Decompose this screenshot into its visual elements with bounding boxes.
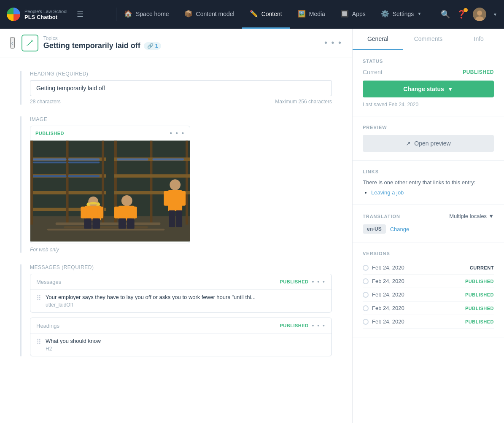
svg-rect-39 — [119, 218, 126, 229]
svg-rect-46 — [180, 191, 186, 206]
nav-item-content-model[interactable]: 📦 Content model — [177, 0, 242, 29]
entry-title-row: Getting temporarily laid off 🔗 1 — [43, 41, 324, 50]
nav-item-label: Media — [309, 11, 325, 17]
headings-card-content: ⠿ What you should know H2 — [30, 334, 332, 356]
messages-card-header: Messages PUBLISHED • • • — [30, 274, 332, 290]
drag-handle-icon-2[interactable]: ⠿ — [36, 338, 41, 346]
hamburger-icon[interactable]: ☰ — [77, 10, 84, 19]
svg-point-31 — [88, 197, 98, 207]
tab-general[interactable]: General — [353, 29, 403, 50]
image-card: PUBLISHED • • • — [30, 126, 190, 243]
nav-right-actions: 🔍 ❓ ▼ — [441, 8, 497, 21]
list-item: Leaving a job — [371, 189, 494, 196]
sidebar-tabs: General Comments Info — [353, 29, 504, 50]
char-count-row: 28 characters Maximum 256 characters — [30, 99, 332, 105]
version-row-4: Feb 24, 2020 PUBLISHED — [363, 302, 494, 315]
messages-label: Messages (required) — [30, 264, 332, 270]
back-button[interactable]: ‹ — [10, 37, 15, 48]
image-more-options-button[interactable]: • • • — [170, 129, 185, 137]
app-identity: People's Law School PLS Chatbot — [24, 9, 67, 20]
messages-published-badge: PUBLISHED — [280, 279, 308, 284]
search-button[interactable]: 🔍 — [441, 10, 450, 19]
headings-sub: H2 — [46, 346, 101, 352]
drag-handle-icon[interactable]: ⠿ — [36, 294, 41, 302]
locale-badge: en-US — [363, 224, 386, 234]
svg-rect-18 — [68, 162, 100, 163]
version-radio-5[interactable] — [363, 319, 369, 325]
version-date-2: Feb 24, 2020 — [363, 278, 404, 284]
svg-rect-42 — [131, 207, 137, 218]
nav-item-label: Content model — [196, 11, 234, 17]
headings-published-badge: PUBLISHED — [280, 323, 308, 328]
tab-comments[interactable]: Comments — [403, 29, 454, 50]
status-section: STATUS Current PUBLISHED Change status ▼… — [353, 50, 504, 116]
svg-rect-17 — [33, 162, 67, 163]
svg-point-43 — [170, 179, 181, 190]
messages-field-group: Messages (required) Messages PUBLISHED •… — [20, 264, 332, 356]
svg-rect-27 — [56, 223, 161, 225]
entry-title-text: Getting temporarily laid off — [43, 41, 140, 50]
nav-item-label: Content — [261, 11, 282, 17]
open-preview-button[interactable]: ↗ Open preview — [363, 135, 494, 152]
links-description: There is one other entry that links to t… — [363, 179, 494, 186]
svg-rect-10 — [30, 141, 33, 225]
svg-rect-47 — [169, 210, 175, 227]
settings-chevron: ▼ — [417, 11, 421, 16]
heading-field-group: Heading (required) 28 characters Maximum… — [20, 71, 332, 105]
version-row-1: Feb 24, 2020 CURRENT — [363, 261, 494, 275]
headings-more-options-button[interactable]: • • • — [312, 322, 326, 329]
tab-info[interactable]: Info — [453, 29, 504, 50]
nav-item-apps[interactable]: 🔲 Apps — [333, 0, 373, 29]
locale-row: en-US Change — [363, 224, 494, 234]
app-logo[interactable]: People's Law School PLS Chatbot ☰ — [7, 8, 116, 21]
svg-rect-14 — [68, 158, 100, 160]
version-date-3: Feb 24, 2020 — [363, 291, 404, 298]
headings-card-header: Headings PUBLISHED • • • — [30, 318, 332, 334]
image-card-header: PUBLISHED • • • — [30, 126, 190, 140]
image-caption: For web only — [30, 247, 332, 253]
entry-header: ‹ Topics Getting temporarily laid off 🔗 … — [0, 29, 352, 57]
version-radio-4[interactable] — [363, 305, 369, 311]
messages-card-title: Messages — [36, 279, 61, 285]
nav-item-space-home[interactable]: 🏠 Space home — [116, 0, 177, 29]
svg-rect-13 — [33, 158, 67, 160]
versions-section: VERSIONS Feb 24, 2020 CURRENT Feb 24, 20… — [353, 242, 504, 337]
entry-more-options-button[interactable]: • • • — [324, 38, 342, 48]
nav-item-content[interactable]: ✏️ Content — [242, 0, 290, 29]
svg-rect-40 — [127, 218, 135, 229]
nav-item-media[interactable]: 🖼️ Media — [290, 0, 333, 29]
change-locale-link[interactable]: Change — [390, 226, 410, 232]
leaving-a-job-link[interactable]: Leaving a job — [371, 189, 404, 196]
content-model-icon: 📦 — [184, 10, 193, 18]
messages-more-options-button[interactable]: • • • — [312, 278, 326, 285]
version-radio-3[interactable] — [363, 292, 369, 298]
app-name: PLS Chatbot — [24, 14, 67, 20]
messages-card-content: ⠿ Your employer says they have to lay yo… — [30, 290, 332, 312]
avatar-chevron: ▼ — [493, 12, 497, 17]
external-link-icon: ↗ — [406, 140, 411, 147]
entry-metadata: Topics Getting temporarily laid off 🔗 1 — [43, 35, 324, 50]
char-count-current: 28 characters — [30, 99, 61, 105]
status-section-label: STATUS — [363, 59, 494, 64]
version-radio-2[interactable] — [363, 278, 369, 284]
nav-item-settings[interactable]: ⚙️ Settings ▼ — [373, 0, 429, 29]
svg-rect-11 — [66, 141, 69, 225]
messages-ref-card: Messages PUBLISHED • • • ⠿ Your employer… — [30, 274, 332, 313]
svg-rect-16 — [68, 175, 100, 177]
headings-text: What you should know — [46, 338, 101, 344]
version-radio[interactable] — [363, 265, 369, 271]
content-icon: ✏️ — [250, 10, 258, 18]
help-button[interactable]: ❓ — [457, 10, 466, 19]
apps-icon: 🔲 — [340, 10, 349, 18]
chevron-down-icon: ▼ — [447, 86, 453, 92]
change-status-button[interactable]: Change status ▼ — [363, 81, 494, 97]
link-count-badge: 🔗 1 — [144, 42, 162, 50]
user-avatar[interactable] — [473, 8, 486, 21]
heading-input[interactable] — [30, 80, 332, 96]
image-field-group: Image PUBLISHED • • • — [20, 116, 332, 253]
messages-sub: utter_laidOff — [46, 302, 256, 308]
locale-dropdown[interactable]: Multiple locales ▼ — [449, 213, 494, 219]
last-saved-text: Last saved Feb 24, 2020 — [363, 102, 494, 108]
chevron-down-icon-2: ▼ — [488, 213, 494, 219]
preview-section-label: PREVIEW — [363, 125, 494, 130]
